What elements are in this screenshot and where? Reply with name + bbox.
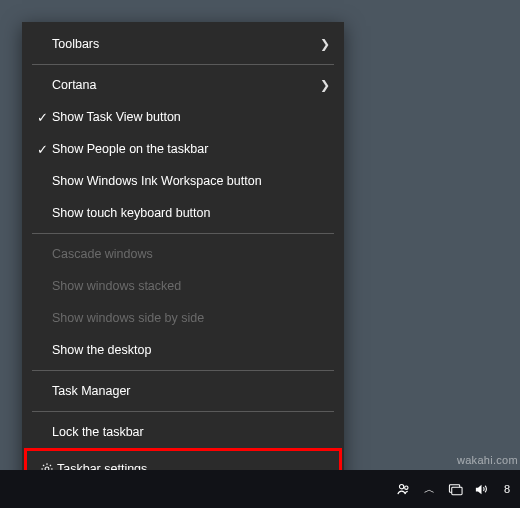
svg-point-1 [400, 484, 404, 488]
menu-item-show-desktop[interactable]: Show the desktop [22, 334, 344, 366]
menu-label: Show Windows Ink Workspace button [52, 174, 330, 188]
menu-item-windows-stacked: Show windows stacked [22, 270, 344, 302]
check-icon: ✓ [32, 110, 52, 125]
taskbar-context-menu: Toolbars ❯ Cortana ❯ ✓ Show Task View bu… [22, 22, 344, 492]
menu-item-toolbars[interactable]: Toolbars ❯ [22, 28, 344, 60]
network-icon[interactable] [448, 481, 464, 497]
taskbar: ︿ 8 [0, 470, 520, 508]
chevron-right-icon: ❯ [316, 78, 330, 92]
chevron-right-icon: ❯ [316, 37, 330, 51]
menu-item-cascade-windows: Cascade windows [22, 238, 344, 270]
svg-point-2 [405, 485, 408, 488]
chevron-up-icon[interactable]: ︿ [422, 481, 438, 497]
volume-icon[interactable] [474, 481, 490, 497]
menu-item-show-task-view[interactable]: ✓ Show Task View button [22, 101, 344, 133]
menu-label: Show touch keyboard button [52, 206, 330, 220]
check-icon: ✓ [32, 142, 52, 157]
menu-item-cortana[interactable]: Cortana ❯ [22, 69, 344, 101]
menu-label: Show windows stacked [52, 279, 330, 293]
menu-label: Show People on the taskbar [52, 142, 330, 156]
menu-label: Show windows side by side [52, 311, 330, 325]
separator [32, 370, 334, 371]
menu-item-show-touch-keyboard[interactable]: Show touch keyboard button [22, 197, 344, 229]
menu-item-show-people[interactable]: ✓ Show People on the taskbar [22, 133, 344, 165]
menu-label: Toolbars [52, 37, 316, 51]
separator [32, 411, 334, 412]
separator [32, 233, 334, 234]
menu-item-show-ink[interactable]: Show Windows Ink Workspace button [22, 165, 344, 197]
clock[interactable]: 8 [500, 484, 514, 495]
menu-item-lock-taskbar[interactable]: Lock the taskbar [22, 416, 344, 448]
svg-rect-4 [452, 487, 462, 495]
menu-item-task-manager[interactable]: Task Manager [22, 375, 344, 407]
menu-label: Cascade windows [52, 247, 330, 261]
menu-label: Show the desktop [52, 343, 330, 357]
people-icon[interactable] [396, 481, 412, 497]
menu-label: Show Task View button [52, 110, 330, 124]
menu-label: Task Manager [52, 384, 330, 398]
system-tray: ︿ 8 [396, 481, 518, 497]
menu-item-windows-side-by-side: Show windows side by side [22, 302, 344, 334]
watermark: wakahi.com [455, 452, 520, 468]
menu-label: Lock the taskbar [52, 425, 330, 439]
separator [32, 64, 334, 65]
menu-label: Cortana [52, 78, 316, 92]
